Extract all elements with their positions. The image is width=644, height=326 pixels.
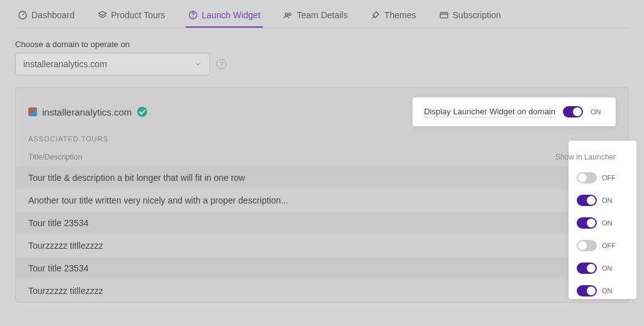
domain-card: installeranalytics.com Display Launcher … [15, 87, 629, 303]
tour-row: Tour title & description a bit longer th… [16, 166, 628, 189]
tour-toggle-area: OFF [560, 240, 616, 251]
tour-title: Tourzzzzz titllezzzz [28, 286, 103, 296]
tour-title: Tour title 23534 [28, 263, 89, 273]
help-icon[interactable]: ? [216, 59, 226, 69]
table-header: Title/Description Show in Launcher [16, 149, 628, 166]
chevron-down-icon [194, 60, 202, 68]
tour-toggle-area: ON [560, 217, 616, 229]
show-in-launcher-toggle[interactable] [577, 240, 597, 251]
svg-rect-5 [440, 13, 448, 18]
gauge-icon [18, 10, 28, 20]
tab-label: Dashboard [31, 10, 75, 20]
tour-title: Tourzzzzz titllezzzz [28, 241, 103, 251]
tour-toggle-area: OFF [560, 172, 616, 183]
tab-dashboard[interactable]: Dashboard [15, 5, 77, 28]
show-in-launcher-toggle[interactable] [577, 195, 597, 206]
domain-header: installeranalytics.com [28, 107, 147, 117]
tour-title: Tour title & description a bit longer th… [28, 173, 245, 183]
show-in-launcher-toggle[interactable] [577, 285, 597, 296]
column-title: Title/Description [28, 153, 82, 161]
tour-row: Another tour title written very nicely a… [16, 189, 628, 212]
tab-launch-widget[interactable]: Launch Widget [186, 5, 263, 28]
display-launcher-label: Display Launcher Widget on domain [424, 107, 555, 117]
favicon-icon [28, 107, 37, 116]
domain-select[interactable]: installeranalytics.com [15, 53, 210, 75]
tab-team-details[interactable]: Team Details [280, 5, 350, 28]
tour-toggle-area: ON [560, 195, 616, 206]
tab-product-tours[interactable]: Product Tours [95, 5, 168, 28]
tour-toggle-area: ON [560, 285, 616, 296]
tour-row: Tourzzzzz titllezzzzON [16, 280, 628, 302]
display-launcher-toggle[interactable] [563, 106, 583, 117]
tab-subscription[interactable]: Subscription [436, 5, 504, 28]
card-icon [439, 10, 449, 20]
tour-row: Tourzzzzz titllezzzzOFF [16, 234, 628, 257]
layers-icon [97, 10, 108, 20]
tour-row: Tour title 23534ON [16, 257, 628, 280]
tab-label: Launch Widget [202, 10, 260, 20]
toggle-state-text: OFF [602, 242, 616, 249]
toggle-state-text: ON [591, 108, 604, 116]
tab-themes[interactable]: Themes [368, 5, 419, 28]
tours-list: Tour title & description a bit longer th… [16, 166, 628, 302]
tour-title: Another tour title written very nicely a… [28, 195, 288, 205]
show-in-launcher-toggle[interactable] [577, 217, 597, 229]
tab-label: Product Tours [111, 10, 165, 20]
display-launcher-toggle-area: Display Launcher Widget on domain ON [413, 97, 616, 126]
show-in-launcher-toggle[interactable] [577, 263, 597, 274]
svg-point-3 [285, 13, 287, 16]
tour-row: Tour title 23534ON [16, 212, 628, 234]
domain-picker-label: Choose a domain to operate on [15, 40, 629, 49]
tab-label: Themes [384, 10, 416, 20]
toggle-state-text: ON [602, 197, 616, 204]
tour-toggle-area: ON [560, 263, 616, 274]
users-icon [283, 10, 293, 20]
verified-badge-icon [137, 107, 147, 117]
column-show: Show in Launcher [555, 153, 616, 161]
toggle-state-text: ON [602, 264, 616, 272]
toggle-state-text: OFF [602, 174, 616, 182]
svg-point-2 [192, 17, 193, 18]
toggle-state-text: ON [602, 287, 616, 295]
domain-select-value: installeranalytics.com [23, 59, 107, 69]
associated-tours-label: ASSOCIATED TOURS [16, 135, 628, 149]
tab-label: Team Details [297, 10, 348, 20]
brush-icon [370, 10, 380, 20]
show-in-launcher-toggle[interactable] [577, 172, 597, 183]
tab-label: Subscription [453, 10, 501, 20]
tour-title: Tour title 23534 [28, 218, 89, 228]
toggle-state-text: ON [602, 219, 616, 227]
help-circle-icon [188, 10, 198, 20]
tab-bar: Dashboard Product Tours Launch Widget Te… [15, 0, 629, 28]
svg-point-4 [289, 13, 291, 16]
domain-name: installeranalytics.com [42, 107, 132, 117]
